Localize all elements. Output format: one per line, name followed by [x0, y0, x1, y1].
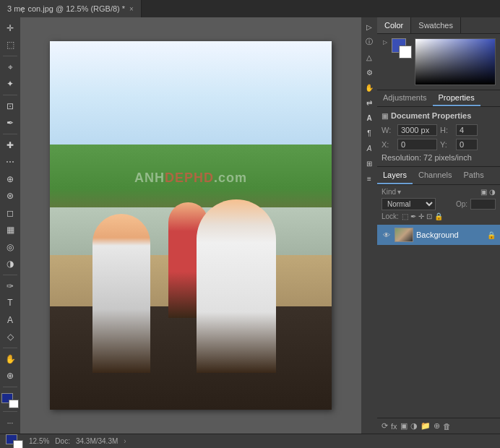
tab-properties[interactable]: Properties: [433, 90, 480, 106]
paragraph-icon[interactable]: ¶: [363, 126, 376, 139]
mid-toolbar: ▷ ⓘ △ ⚙ ✋ ⇄ A ¶ A ⊞ ≡: [361, 17, 377, 434]
lock-transparent-icon[interactable]: ⬚: [402, 212, 408, 220]
selection-tool[interactable]: ⬚: [2, 38, 18, 53]
adjust-filter-icon[interactable]: ◑: [489, 188, 496, 196]
kind-label: Kind: [382, 188, 396, 196]
color-gradient-overlay: [415, 39, 495, 85]
clone-tool[interactable]: ⊕: [2, 171, 18, 187]
layer-item-background[interactable]: 👁 Background 🔒: [377, 225, 500, 245]
tab-layers[interactable]: Layers: [377, 167, 413, 184]
lock-position-icon[interactable]: ✛: [418, 212, 424, 220]
status-arrow[interactable]: ›: [124, 437, 126, 445]
lock-all-icon[interactable]: 🔒: [434, 212, 443, 220]
zoom-tool[interactable]: ⊕: [2, 368, 18, 384]
magic-wand-tool[interactable]: ✦: [2, 76, 18, 92]
tab-adjustments[interactable]: Adjustments: [377, 90, 433, 106]
mode-icon[interactable]: ▷: [363, 20, 376, 33]
layers-section: Layers Channels Paths Kind ▾ ▣ ◑: [377, 166, 500, 434]
crop-tool[interactable]: ⊡: [2, 98, 18, 114]
lock-artboard-icon[interactable]: ⊡: [426, 212, 432, 220]
opacity-input[interactable]: [470, 199, 496, 210]
lock-paint-icon[interactable]: ✒: [410, 212, 416, 220]
color-arrow-btn[interactable]: ▷: [382, 38, 389, 46]
status-bar: 12.5% Doc: 34.3M/34.3M ›: [0, 434, 500, 448]
delete-layer-icon[interactable]: 🗑: [443, 422, 451, 431]
opacity-label: Op:: [456, 200, 467, 208]
toolbar-separator: [3, 95, 17, 95]
canvas-container: ANHDEPHD.com: [50, 41, 332, 410]
group-icon[interactable]: 📁: [421, 421, 431, 431]
path-selection-tool[interactable]: A: [2, 312, 18, 328]
layer-lock-icon: 🔒: [487, 231, 496, 239]
info-icon[interactable]: ⓘ: [363, 35, 376, 48]
toolbar-separator: [3, 134, 17, 134]
hand-tool[interactable]: ✋: [2, 351, 18, 367]
lasso-tool[interactable]: ⌖: [2, 59, 18, 75]
pixel-filter-icon[interactable]: ▣: [480, 188, 487, 196]
person3-silhouette: [197, 199, 276, 373]
adjustments-panel-tabs: Adjustments Properties: [377, 90, 500, 107]
new-layer-icon[interactable]: ⊕: [434, 421, 440, 431]
tab-swatches[interactable]: Swatches: [411, 17, 461, 33]
grid-icon[interactable]: ⊞: [363, 157, 376, 170]
pen-tool[interactable]: ✑: [2, 278, 18, 294]
width-row: W: H:: [382, 124, 496, 136]
height-label: H:: [440, 126, 453, 134]
tab-color[interactable]: Color: [377, 17, 411, 33]
background-color-swatch[interactable]: [399, 46, 412, 59]
watermark-suffix: .com: [214, 171, 247, 185]
swap-icon[interactable]: ⇄: [363, 96, 376, 109]
eraser-tool[interactable]: ◻: [2, 205, 18, 221]
background-color-mini[interactable]: [9, 400, 19, 408]
color-gradient-box[interactable]: [415, 38, 496, 85]
settings-icon[interactable]: ⚙: [363, 66, 376, 79]
height-input[interactable]: [456, 124, 478, 136]
heal-tool[interactable]: ✚: [2, 137, 18, 153]
tab-close-button[interactable]: ×: [129, 5, 134, 13]
dodge-tool[interactable]: ◑: [2, 256, 18, 272]
mask-icon[interactable]: ▣: [400, 421, 408, 431]
text-icon[interactable]: A: [363, 111, 376, 124]
color-arrows: ▷: [382, 38, 389, 46]
shape-tool[interactable]: ◇: [2, 329, 18, 345]
hand2-icon[interactable]: ✋: [363, 81, 376, 94]
type-tool[interactable]: T: [2, 295, 18, 311]
y-input[interactable]: [456, 139, 478, 150]
kind-dropdown[interactable]: Kind ▾: [382, 188, 401, 196]
tab-paths[interactable]: Paths: [458, 167, 490, 184]
properties-panel: ▣ Document Properties W: H: X: Y: Resolu…: [377, 107, 500, 166]
history-tool[interactable]: ⊛: [2, 188, 18, 204]
italic-a-icon[interactable]: A: [363, 142, 376, 155]
eyedropper-tool[interactable]: ✒: [2, 115, 18, 131]
color-picker-mini[interactable]: [1, 393, 19, 409]
lock-label: Lock:: [382, 212, 399, 220]
more-tools[interactable]: ···: [2, 415, 18, 431]
toolbar-separator: [3, 387, 17, 387]
blend-mode-select[interactable]: Normal: [382, 198, 436, 210]
resolution-row: Resolution: 72 pixels/inch: [382, 153, 496, 162]
adjustment-icon[interactable]: ◑: [410, 421, 418, 431]
width-input[interactable]: [397, 124, 437, 136]
lines-icon[interactable]: ≡: [363, 172, 376, 185]
fg-bg-mini[interactable]: [6, 434, 23, 449]
x-input[interactable]: [397, 139, 437, 150]
resolution-value: 72 pixels/inch: [423, 153, 472, 162]
triangle-icon[interactable]: △: [363, 51, 376, 64]
properties-title: ▣ Document Properties: [382, 111, 496, 120]
tab-channels[interactable]: Channels: [413, 167, 457, 184]
fx-icon[interactable]: fx: [391, 422, 397, 431]
toolbar-separator: [3, 348, 17, 348]
link-icon[interactable]: ⟳: [382, 421, 388, 431]
width-label: W:: [382, 126, 395, 134]
toolbar-separator: [3, 411, 17, 412]
watermark-hd: HD: [194, 171, 214, 185]
move-tool[interactable]: ✛: [2, 20, 18, 36]
layer-visibility-toggle[interactable]: 👁: [382, 230, 392, 240]
brush-tool[interactable]: ⋯: [2, 154, 18, 170]
blur-tool[interactable]: ◎: [2, 239, 18, 255]
toolbar-separator: [3, 56, 17, 56]
document-tab[interactable]: 3 mẹ con.jpg @ 12.5% (RGB/8) * ×: [0, 0, 142, 17]
gradient-tool[interactable]: ▦: [2, 222, 18, 238]
bg-mini[interactable]: [13, 440, 23, 449]
toolbar-separator: [3, 275, 17, 275]
